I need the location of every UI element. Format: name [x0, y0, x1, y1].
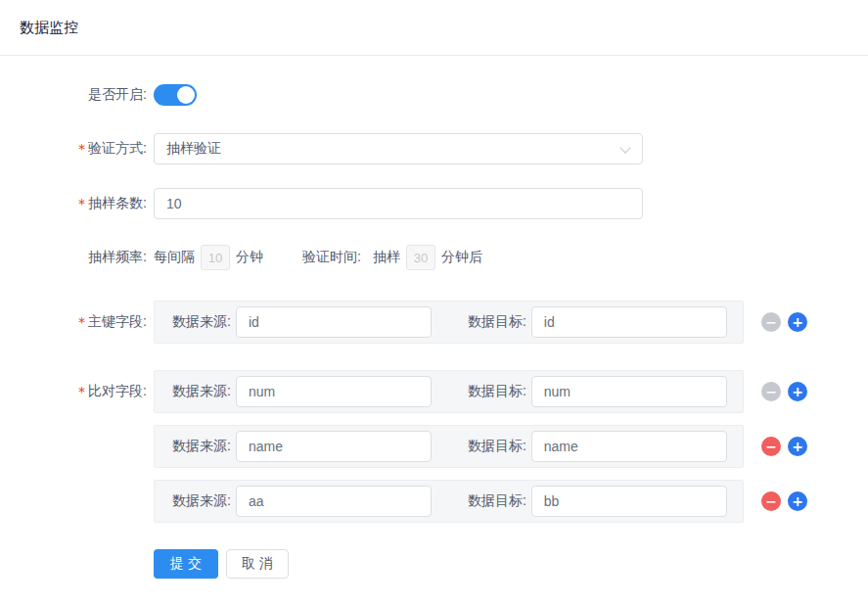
verify-time-prefix: 抽样 — [373, 249, 400, 266]
primary-source-input[interactable] — [236, 306, 432, 338]
compare-source-input-3[interactable] — [236, 486, 432, 517]
remove-row-button[interactable]: − — [761, 382, 781, 401]
page-header: 数据监控 — [0, 0, 868, 56]
add-row-button[interactable]: + — [788, 437, 807, 456]
enable-label: 是否开启: — [0, 86, 147, 104]
required-mark: * — [78, 141, 85, 157]
submit-button[interactable]: 提 交 — [154, 549, 218, 579]
verify-time-label: 验证时间: — [302, 249, 361, 266]
source-label: 数据来源: — [172, 438, 231, 455]
compare-target-input-2[interactable] — [531, 431, 727, 462]
compare-source-input-2[interactable] — [236, 431, 432, 462]
verify-method-label: 验证方式: — [88, 140, 147, 158]
primary-field-pair-box: 数据来源: 数据目标: — [154, 301, 744, 344]
cancel-button[interactable]: 取 消 — [226, 549, 289, 579]
compare-source-input-1[interactable] — [236, 376, 432, 407]
verify-method-value: 抽样验证 — [166, 140, 221, 158]
row-compare-field-3: 数据来源: 数据目标: − + — [0, 480, 868, 523]
target-label: 数据目标: — [468, 313, 526, 331]
sample-count-label: 抽样条数: — [88, 195, 147, 212]
verify-time-suffix: 分钟后 — [441, 249, 482, 266]
add-row-button[interactable]: + — [788, 382, 807, 401]
target-label: 数据目标: — [468, 438, 526, 455]
target-label: 数据目标: — [468, 492, 526, 510]
add-row-button[interactable]: + — [788, 491, 807, 511]
row-primary-field: * 主键字段: 数据来源: 数据目标: − + — [0, 301, 868, 344]
compare-field-label: 比对字段: — [88, 383, 147, 400]
sample-count-input[interactable] — [154, 188, 643, 219]
form-footer: 提 交 取 消 — [0, 549, 868, 579]
freq-minutes-input — [201, 245, 230, 270]
row-verify-method: * 验证方式: 抽样验证 — [0, 133, 868, 164]
remove-row-button[interactable]: − — [761, 312, 781, 332]
target-label: 数据目标: — [468, 383, 526, 400]
row-sample-count: * 抽样条数: — [0, 188, 868, 219]
enable-toggle[interactable] — [154, 84, 197, 106]
source-label: 数据来源: — [172, 383, 231, 400]
freq-suffix: 分钟 — [236, 249, 263, 266]
required-mark: * — [78, 384, 85, 399]
chevron-down-icon — [619, 142, 630, 153]
required-mark: * — [78, 196, 85, 211]
compare-field-pair-box: 数据来源: 数据目标: — [154, 425, 744, 468]
row-compare-field-1: * 比对字段: 数据来源: 数据目标: − + — [0, 370, 868, 413]
page-title: 数据监控 — [20, 19, 78, 37]
compare-target-input-3[interactable] — [531, 486, 727, 517]
primary-field-label: 主键字段: — [88, 313, 147, 331]
source-label: 数据来源: — [172, 313, 231, 331]
primary-target-input[interactable] — [531, 306, 727, 338]
sample-freq-label: 抽样频率: — [0, 249, 147, 266]
required-mark: * — [78, 314, 85, 330]
remove-row-button[interactable]: − — [761, 491, 781, 511]
compare-field-pair-box: 数据来源: 数据目标: — [154, 370, 744, 413]
row-compare-field-2: 数据来源: 数据目标: − + — [0, 425, 868, 468]
row-sample-freq: 抽样频率: 每间隔 分钟 验证时间: 抽样 分钟后 — [0, 245, 868, 270]
freq-prefix: 每间隔 — [154, 249, 195, 266]
remove-row-button[interactable]: − — [761, 437, 781, 456]
verify-time-minutes-input — [406, 245, 435, 270]
add-row-button[interactable]: + — [788, 312, 807, 332]
source-label: 数据来源: — [172, 492, 231, 510]
compare-field-pair-box: 数据来源: 数据目标: — [154, 480, 744, 523]
toggle-knob-icon — [177, 86, 195, 104]
row-enable: 是否开启: — [0, 84, 868, 106]
verify-method-select[interactable]: 抽样验证 — [154, 133, 643, 164]
compare-target-input-1[interactable] — [531, 376, 727, 407]
